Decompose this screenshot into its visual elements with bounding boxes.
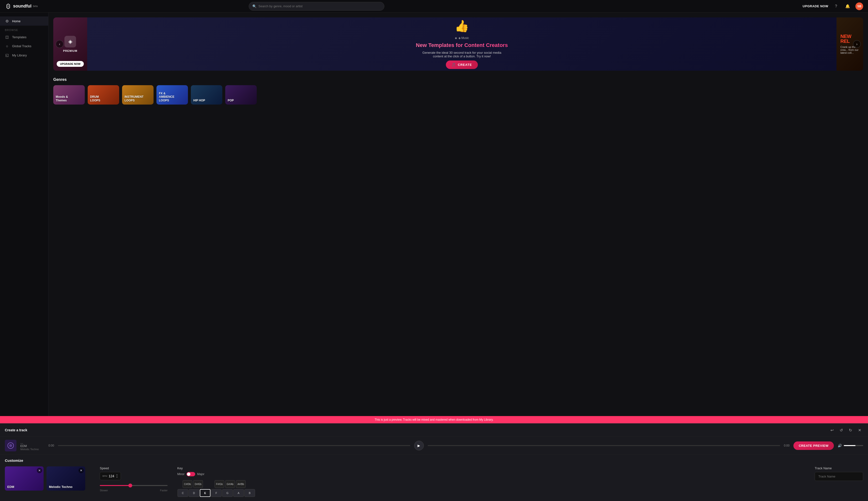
help-icon[interactable]: ?	[832, 2, 840, 10]
key-c[interactable]: C	[178, 489, 188, 497]
volume-icon: 🔊	[838, 444, 842, 448]
premium-upgrade-button[interactable]: UPGRADE NOW	[57, 61, 84, 67]
slide-main-subtitle: Generate the ideal 30 second track for y…	[421, 51, 503, 58]
premium-label: PREMIUM	[63, 49, 77, 52]
panel-header: Create a track ↩ ↺ ↻ ✕	[0, 424, 868, 437]
genre-card-moods[interactable]: Moods &Themes	[53, 85, 85, 105]
slide-main-title: New Templates for Content Creators	[416, 42, 508, 49]
volume-control: 🔊	[838, 444, 863, 448]
svg-point-2	[9, 444, 12, 447]
minor-major-switch[interactable]	[187, 472, 195, 476]
remove-template-button[interactable]: ✕	[79, 468, 84, 473]
progress-bar-right[interactable]	[428, 445, 780, 446]
genre-label: FX &AMBIENCELOOPS	[159, 92, 174, 102]
bpm-value: 124	[109, 474, 114, 478]
genres-section: Genres Moods &Themes DRUMLOOPS INSTRUMEN…	[53, 77, 863, 106]
bpm-display: BPM 124 ▲ ▼	[100, 472, 121, 480]
progress-bar[interactable]	[58, 445, 410, 446]
speed-slider-thumb[interactable]	[128, 483, 132, 488]
customize-row: EDM ✕ Melodic Techno ✕ Speed BPM 124 ▲	[5, 466, 863, 497]
template-label: EDM	[7, 485, 14, 489]
key-f[interactable]: F	[211, 489, 222, 497]
slide-create-button[interactable]: 🎵 CREATE	[446, 61, 478, 69]
sidebar-item-home[interactable]: ⊙ Home	[0, 17, 48, 26]
sidebar-item-my-library[interactable]: ◱ My Library	[0, 51, 48, 60]
search-bar[interactable]: 🔍	[249, 2, 384, 11]
track-name-input[interactable]	[815, 472, 863, 481]
key-d[interactable]: D	[189, 489, 199, 497]
sidebar: ⊙ Home Browse ◫ Templates ○ Global Track…	[0, 13, 49, 416]
carousel-next-button[interactable]: ›	[853, 40, 861, 48]
create-track-panel: Create a track ↩ ↺ ↻ ✕ ... EDM Melodic T…	[0, 423, 868, 501]
genre-label: DRUMLOOPS	[90, 95, 100, 102]
play-button[interactable]: ▶	[414, 441, 424, 450]
close-panel-button[interactable]: ✕	[856, 426, 863, 434]
key-board: C#/Db D#/Eb F#/Gb G#/Ab A#/Bb C D E F G …	[177, 480, 805, 497]
bpm-down[interactable]: ▼	[116, 476, 118, 479]
key-f-sharp[interactable]: F#/Gb	[215, 480, 224, 488]
main-content: ‹ ◈ PREMIUM UPGRADE NOW 👍 ◈ ◈ Music New …	[49, 13, 868, 416]
sidebar-item-label: Global Tracks	[12, 44, 31, 48]
main-layout: ⊙ Home Browse ◫ Templates ○ Global Track…	[0, 13, 868, 416]
key-g-sharp[interactable]: G#/Ab	[225, 480, 235, 488]
speed-labels: Slower Faster	[100, 489, 168, 492]
template-card-edm[interactable]: EDM ✕	[5, 466, 44, 491]
hero-carousel: ‹ ◈ PREMIUM UPGRADE NOW 👍 ◈ ◈ Music New …	[53, 18, 863, 71]
naturals-row: C D E F G A B	[177, 489, 805, 497]
logo: soundful beta	[5, 3, 38, 10]
volume-slider[interactable]	[844, 445, 863, 446]
key-d-sharp[interactable]: D#/Eb	[193, 480, 203, 488]
sidebar-item-global-tracks[interactable]: ○ Global Tracks	[0, 42, 48, 51]
genre-card-instrument-loops[interactable]: INSTRUMENTLOOPS	[122, 85, 154, 105]
template-card-melodic-techno[interactable]: Melodic Techno ✕	[46, 466, 85, 491]
speed-slider[interactable]	[100, 485, 168, 486]
waveform-icon: 🎵	[452, 63, 456, 66]
create-btn-label: CREATE	[458, 63, 472, 66]
upgrade-now-button[interactable]: UPGRADE NOW	[803, 4, 828, 8]
genres-title: Genres	[53, 77, 863, 82]
genre-card-hiphop[interactable]: HIP HOP	[191, 85, 222, 105]
remove-template-button[interactable]: ✕	[37, 468, 42, 473]
customize-section: Customize EDM ✕ Melodic Techno ✕ Speed B…	[0, 455, 868, 501]
notifications-icon[interactable]: 🔔	[844, 2, 851, 10]
preview-message: This is just a preview. Tracks will be m…	[375, 418, 494, 422]
badge-text: ◈ Music	[459, 36, 469, 40]
track-name-label: Track Name	[815, 466, 863, 470]
create-preview-button[interactable]: CREATE PREVIEW	[793, 441, 834, 450]
key-a-sharp[interactable]: A#/Bb	[236, 480, 245, 488]
slower-label: Slower	[100, 489, 108, 492]
redo-button[interactable]: ↻	[847, 426, 854, 434]
track-name-group: Track Name	[815, 466, 863, 481]
like-icon: 👍	[454, 19, 469, 33]
template-label: Melodic Techno	[49, 485, 72, 489]
genre-card-pop[interactable]: POP	[225, 85, 257, 105]
bpm-up[interactable]: ▲	[116, 474, 118, 476]
key-b[interactable]: B	[244, 489, 255, 497]
sharps-row: C#/Db D#/Eb F#/Gb G#/Ab A#/Bb	[177, 480, 805, 488]
key-g[interactable]: G	[222, 489, 233, 497]
key-e[interactable]: E	[200, 489, 210, 497]
genre-card-fx[interactable]: FX &AMBIENCELOOPS	[156, 85, 188, 105]
speed-slider-container: Slower Faster	[100, 482, 168, 492]
sidebar-item-label: Templates	[12, 35, 27, 39]
undo-button[interactable]: ↺	[837, 426, 845, 434]
avatar[interactable]: SB	[855, 2, 863, 10]
bpm-label: BPM	[103, 475, 107, 477]
sidebar-item-label: Home	[12, 19, 21, 23]
search-input[interactable]	[259, 4, 381, 8]
key-label: Key	[177, 466, 805, 470]
key-a[interactable]: A	[233, 489, 244, 497]
panel-title: Create a track	[5, 428, 27, 432]
carousel-prev-button[interactable]: ‹	[56, 40, 63, 48]
speed-group: Speed BPM 124 ▲ ▼	[100, 466, 168, 492]
genre-card-drum-loops[interactable]: DRUMLOOPS	[88, 85, 119, 105]
sidebar-item-templates[interactable]: ◫ Templates	[0, 32, 48, 42]
genre-label: POP	[228, 99, 234, 102]
faster-label: Faster	[160, 489, 168, 492]
track-thumbnail	[5, 440, 17, 451]
template-cards: EDM ✕ Melodic Techno ✕	[5, 466, 85, 491]
key-c-sharp[interactable]: C#/Db	[182, 480, 192, 488]
rewind-button[interactable]: ↩	[828, 426, 836, 434]
player-row: ... EDM Melodic Techno 0:00 ▶ 0:00 CREAT…	[0, 437, 868, 455]
minor-major-toggle: Minor Major	[177, 472, 805, 476]
